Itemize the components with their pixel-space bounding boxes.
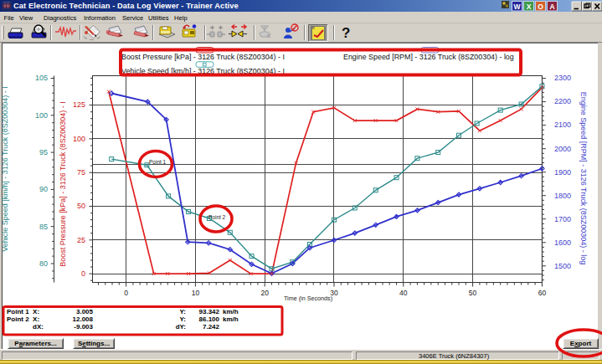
svg-text:Point 1: Point 1 bbox=[149, 159, 167, 165]
svg-text:1800: 1800 bbox=[554, 192, 571, 200]
svg-text:25: 25 bbox=[77, 236, 85, 244]
svg-text:125: 125 bbox=[73, 100, 85, 109]
svg-text:2300: 2300 bbox=[554, 74, 571, 82]
svg-text:90: 90 bbox=[39, 185, 48, 193]
svg-text:75: 75 bbox=[77, 168, 85, 177]
svg-text:1900: 1900 bbox=[554, 168, 571, 177]
svg-text:80: 80 bbox=[39, 259, 48, 268]
svg-text:60: 60 bbox=[538, 289, 547, 297]
svg-text:Engine Speed [RPM] - 3126 Truc: Engine Speed [RPM] - 3126 Truck (8SZ0030… bbox=[579, 92, 588, 265]
svg-text:2100: 2100 bbox=[554, 120, 571, 129]
svg-text:Point 2: Point 2 bbox=[208, 214, 226, 220]
svg-text:0: 0 bbox=[124, 289, 128, 297]
svg-text:10: 10 bbox=[192, 289, 200, 297]
svg-text:2000: 2000 bbox=[554, 145, 571, 153]
svg-text:0: 0 bbox=[81, 269, 85, 278]
svg-text:20: 20 bbox=[260, 289, 269, 297]
svg-text:Engine Speed [RPM] - 3126 Truc: Engine Speed [RPM] - 3126 Truck (8SZ0030… bbox=[343, 53, 514, 61]
svg-text:85: 85 bbox=[39, 223, 48, 231]
svg-text:1700: 1700 bbox=[554, 215, 571, 223]
svg-text:1500: 1500 bbox=[554, 262, 571, 270]
svg-text:Vehicle Speed [km/h] - 3126 Tr: Vehicle Speed [km/h] - 3126 Truck (8SZ00… bbox=[1, 86, 9, 252]
svg-text:100: 100 bbox=[73, 135, 85, 143]
svg-text:Boost Pressure [kPa] - 3126 Tr: Boost Pressure [kPa] - 3126 Truck (8SZ00… bbox=[121, 53, 285, 61]
svg-text:95: 95 bbox=[39, 148, 48, 156]
svg-text:Boost Pressure [kPa] - 3126 Tr: Boost Pressure [kPa] - 3126 Truck (8SZ00… bbox=[59, 101, 67, 267]
svg-text:50: 50 bbox=[77, 202, 85, 210]
svg-text:100: 100 bbox=[35, 111, 48, 120]
svg-text:2200: 2200 bbox=[554, 97, 571, 105]
svg-text:40: 40 bbox=[399, 289, 408, 297]
svg-text:50: 50 bbox=[469, 289, 477, 297]
svg-text:105: 105 bbox=[35, 74, 48, 82]
svg-text:1600: 1600 bbox=[554, 238, 571, 247]
svg-text:Time (in Seconds): Time (in Seconds) bbox=[284, 295, 332, 302]
